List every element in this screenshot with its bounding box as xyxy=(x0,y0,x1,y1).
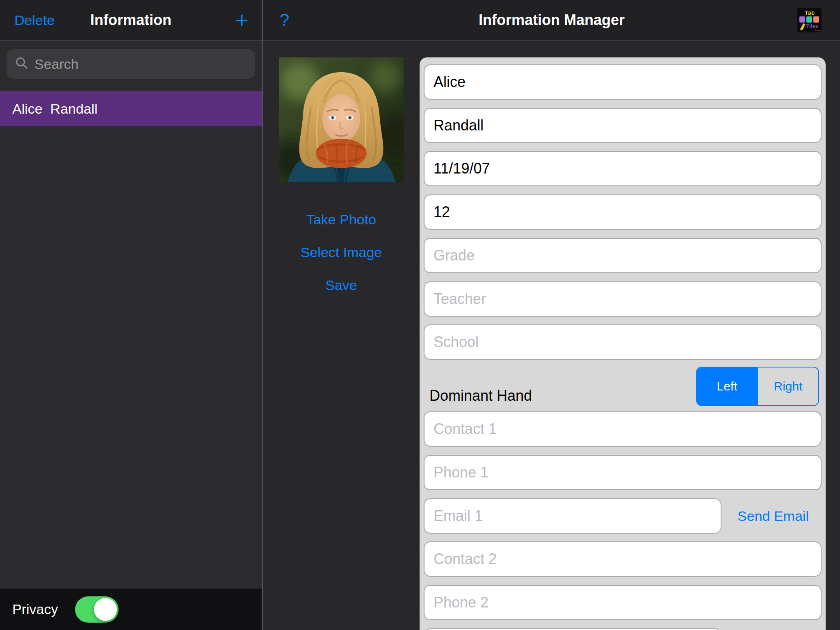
sidebar: Delete Information + Alice Randall Priva… xyxy=(0,0,262,630)
email-2-field-partial[interactable] xyxy=(424,628,721,630)
school-field[interactable] xyxy=(424,324,822,360)
tac-tiles-app-icon[interactable]: Tac Tiles Free xyxy=(797,8,822,32)
student-form: Dominant Hand Left Right Send Email xyxy=(420,57,826,630)
select-image-button[interactable]: Select Image xyxy=(279,243,404,261)
privacy-toggle[interactable] xyxy=(75,596,119,623)
teacher-field[interactable] xyxy=(424,281,822,317)
take-photo-button[interactable]: Take Photo xyxy=(279,210,404,228)
search-box[interactable] xyxy=(7,49,255,79)
search-icon xyxy=(15,56,29,72)
contact-2-field[interactable] xyxy=(424,541,822,577)
last-name-field[interactable] xyxy=(424,108,822,143)
save-button[interactable]: Save xyxy=(279,276,404,294)
age-field[interactable] xyxy=(424,194,822,230)
add-button[interactable]: + xyxy=(235,0,249,40)
phone-2-field[interactable] xyxy=(424,585,822,620)
privacy-toggle-knob xyxy=(94,598,117,621)
svg-text:Tiles: Tiles xyxy=(806,23,818,29)
search-input[interactable] xyxy=(34,56,247,72)
page-title: Information Manager xyxy=(263,0,840,40)
photo-actions: Take Photo Select Image Save xyxy=(279,210,404,309)
phone-1-field[interactable] xyxy=(424,455,822,490)
privacy-bar: Privacy xyxy=(0,589,262,630)
search-bar xyxy=(0,41,262,91)
grade-field[interactable] xyxy=(424,238,822,273)
dominant-hand-label: Dominant Hand xyxy=(429,387,532,404)
send-email-button[interactable]: Send Email xyxy=(723,498,823,534)
dominant-hand-left-segment[interactable]: Left xyxy=(697,368,757,405)
contact-1-field[interactable] xyxy=(424,411,822,447)
svg-text:Tac: Tac xyxy=(805,9,815,16)
svg-text:Free: Free xyxy=(815,29,820,32)
main-header: ? Information Manager Tac Tiles Free xyxy=(263,0,840,41)
main-panel: ? Information Manager Tac Tiles Free xyxy=(263,0,840,630)
dominant-hand-segmented-control: Left Right xyxy=(696,367,819,406)
sidebar-header: Delete Information + xyxy=(0,0,262,41)
contact-list-item-selected[interactable]: Alice Randall xyxy=(0,91,262,126)
student-photo xyxy=(279,57,404,182)
privacy-label: Privacy xyxy=(12,601,58,617)
first-name-field[interactable] xyxy=(424,64,822,100)
email-1-field[interactable] xyxy=(424,498,721,534)
sidebar-title: Information xyxy=(0,0,262,40)
birth-date-field[interactable] xyxy=(424,151,822,186)
dominant-hand-right-segment[interactable]: Right xyxy=(757,368,818,405)
